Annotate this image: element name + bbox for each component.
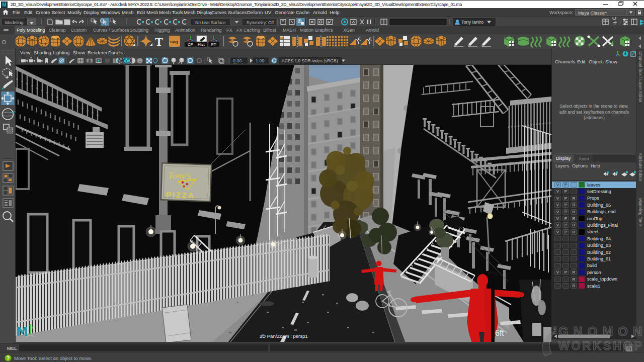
svg-text:Tony Ianiro: Tony Ianiro	[461, 20, 484, 25]
svg-text:?: ?	[7, 355, 10, 361]
svg-text:ACES 1.0 SDR-video (sRGB): ACES 1.0 SDR-video (sRGB)	[282, 58, 338, 63]
svg-text:svg: svg	[170, 39, 178, 44]
svg-text:CP: CP	[188, 42, 193, 47]
svg-text:T: T	[155, 35, 163, 48]
svg-text:y: y	[32, 325, 34, 329]
svg-text:1.00: 1.00	[256, 58, 265, 63]
svg-text:FT: FT	[211, 42, 216, 47]
svg-text:GNOMON: GNOMON	[558, 324, 642, 338]
svg-text:2D Pan/Zoom : persp1: 2D Pan/Zoom : persp1	[260, 333, 308, 339]
svg-text:0.00: 0.00	[233, 58, 242, 63]
svg-text:PIZZA: PIZZA	[166, 191, 195, 200]
svg-text:WORKSHOP: WORKSHOP	[558, 339, 642, 352]
svg-text:Hist: Hist	[198, 42, 205, 47]
svg-text:6ft: 6ft	[495, 329, 504, 337]
svg-text:Tony's: Tony's	[168, 170, 191, 182]
